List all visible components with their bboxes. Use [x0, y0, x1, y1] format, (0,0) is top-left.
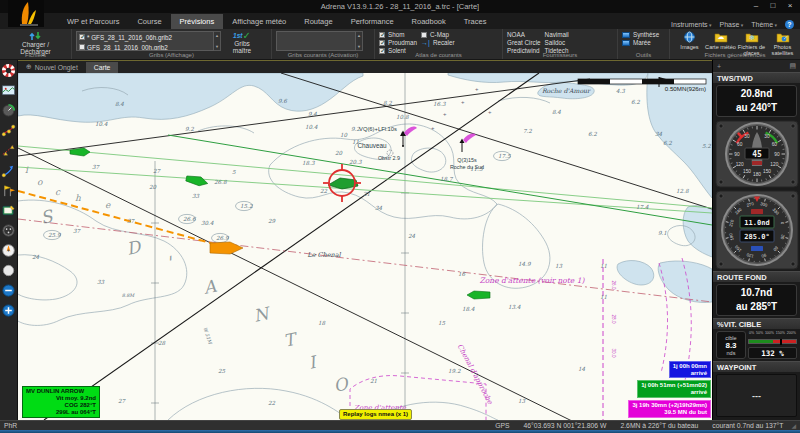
provider-navimail[interactable]: Navimail	[545, 31, 569, 38]
depth-sounding: 17.4	[636, 204, 649, 210]
grib-list-scrollbar[interactable]: ▲▼	[214, 31, 221, 51]
depth-sounding: 8.4	[552, 109, 561, 115]
route-plot-button[interactable]	[1, 163, 16, 178]
panel-menu-icon[interactable]: ▤	[789, 62, 796, 70]
gribs-courants-scrollbar[interactable]: ▲▼	[356, 31, 363, 51]
waypoint-display[interactable]: ---	[716, 374, 797, 417]
outil-synth-se[interactable]: Synthèse	[622, 31, 659, 38]
provider-noaa[interactable]: NOAA	[507, 31, 541, 38]
circled-depth: 26.9	[216, 235, 229, 241]
tab-carte[interactable]: Carte	[86, 62, 119, 73]
provider-great-circle[interactable]: Great Circle	[507, 39, 541, 46]
recaler-button[interactable]: →| Recaler	[421, 39, 455, 46]
group-fichiers-georeferences: Images☁Carte météo❄Fichiers de glacesPho…	[670, 29, 800, 59]
eta-box: 3j 19h 30mn (+2j19h29mn)39.5 MN du but	[628, 400, 711, 418]
group-gribs-courants: ▲▼ Gribs courants (Activation)	[272, 29, 375, 59]
connections-button[interactable]	[1, 223, 16, 238]
menu-tab-roadbook[interactable]: Roadbook	[403, 14, 455, 29]
provider-saildoc[interactable]: Saildoc	[545, 39, 569, 46]
eta-box: 1j 00h 00mnarrivé	[669, 361, 711, 379]
grib-file-row[interactable]: * GFS_28_11_2016_06h.grib2	[77, 32, 213, 42]
chart-name-letter: h	[75, 193, 81, 203]
compass-gauge[interactable]: 030609012015018021024027030033011.0nd285…	[715, 190, 799, 270]
menu-instruments[interactable]: Instruments ▾	[671, 21, 711, 28]
chart-label: Roche d'Amour	[542, 87, 591, 94]
checkbox[interactable]	[79, 34, 85, 40]
checkbox[interactable]	[379, 40, 385, 46]
group-label: Fichiers géoréférencés	[670, 52, 800, 58]
gribs-maitre-button[interactable]: 1st ✓ Gribs maître	[225, 31, 259, 54]
replay-logs-button[interactable]: Replay logs nmea (x 1)	[339, 409, 412, 420]
depth-sounding: 21	[363, 191, 371, 197]
grib-file-row[interactable]: GFS_28_11_2016_00h.grib2	[77, 42, 213, 51]
regatta-flags-button[interactable]	[1, 183, 16, 198]
close-button[interactable]: ×	[782, 0, 798, 12]
ribbon-tab-bar: WP et ParcoursCoursePrévisionsAffichage …	[0, 13, 800, 29]
depth-sounding: 22	[320, 188, 328, 194]
depth-sounding: 24	[32, 254, 40, 260]
compass-button[interactable]	[1, 243, 16, 258]
tws-display[interactable]: 20.8nd au 240°T	[716, 85, 797, 117]
menu-tab-course[interactable]: Course	[128, 14, 170, 29]
menu-th-me[interactable]: Thème ▾	[751, 21, 777, 28]
ais-name: MV DUNLIN ARROW	[26, 388, 96, 395]
group-label: Fournisseurs	[503, 52, 617, 58]
logbook-button[interactable]	[1, 203, 16, 218]
user-initials: PhR	[4, 422, 17, 429]
maximize-button[interactable]: □	[765, 0, 781, 12]
route-fond-display[interactable]: 10.7nd au 285°T	[716, 284, 797, 316]
tab-nouvel-onglet[interactable]: ⊕ Nouvel Onglet	[18, 61, 86, 73]
menu-tab-pr-visions[interactable]: Prévisions	[171, 14, 224, 29]
percent-bar	[748, 339, 797, 344]
chart-button[interactable]	[1, 83, 16, 98]
depth-sounding: 6.2	[631, 99, 640, 105]
scale-label: 0.50MN(926m)	[665, 85, 706, 92]
mob-button[interactable]	[1, 63, 16, 78]
wind-angle-gauge[interactable]: 30306060909012012015015018045	[715, 120, 799, 188]
chart-canvas[interactable]: ++ ++ +	[18, 73, 712, 420]
circled-depth: 17.5	[498, 153, 511, 159]
gribs-courants-list[interactable]	[276, 31, 356, 51]
grib-file-name: GFS_28_11_2016_00h.grib2	[87, 44, 168, 51]
satellite-folder-icon	[776, 31, 790, 43]
route-marks-button[interactable]	[1, 143, 16, 158]
help-button[interactable]: ?	[785, 20, 794, 29]
route-waypoints-button[interactable]	[1, 123, 16, 138]
menu-tab-routage[interactable]: Routage	[295, 14, 341, 29]
depth-sounding: 9.1	[658, 230, 667, 236]
checkbox[interactable]	[79, 44, 85, 50]
depth-sounding: 11	[600, 263, 608, 269]
chart-label: VQ(6)+LFl.10s	[359, 126, 397, 132]
depth-sounding: 7.2	[523, 128, 532, 134]
svg-text:180: 180	[752, 172, 760, 177]
checkbox[interactable]	[421, 32, 427, 38]
instruments-button[interactable]	[1, 103, 16, 118]
pin-icon[interactable]: +	[717, 63, 721, 70]
menu-phase[interactable]: Phase ▾	[720, 21, 744, 28]
menu-tab-traces[interactable]: Traces	[455, 14, 496, 29]
chart-label: 30.0	[611, 349, 616, 358]
zoom-in-button[interactable]	[1, 303, 16, 318]
menu-tab-performance[interactable]: Performance	[342, 14, 403, 29]
resize-grip[interactable]: ◢	[791, 422, 796, 429]
menu-tab-affichage-m-t-o[interactable]: Affichage météo	[223, 14, 295, 29]
zoom-out-button[interactable]	[1, 283, 16, 298]
zoom-window-button[interactable]	[1, 263, 16, 278]
outil-mar-e[interactable]: Marée	[622, 39, 659, 46]
svg-text:30: 30	[764, 134, 770, 139]
svg-text:120: 120	[735, 162, 743, 167]
svg-text:☁: ☁	[717, 33, 724, 40]
chart-label: Zone d'attente (voir note 1)	[480, 276, 586, 285]
atlas-checkbox-shom[interactable]: Shom	[379, 31, 417, 38]
ice-folder-icon: ❄	[745, 31, 759, 43]
grib-file-list[interactable]: * GFS_28_11_2016_06h.grib2GFS_28_11_2016…	[76, 31, 214, 51]
menu-tab-wp-et-parcours[interactable]: WP et Parcours	[58, 14, 128, 29]
checkbox[interactable]	[379, 32, 385, 38]
ais-info-box[interactable]: MV DUNLIN ARROW Vit moy. 9.2nd COG 282°T…	[22, 386, 100, 418]
svg-text:90: 90	[774, 152, 780, 157]
minimize-button[interactable]: –	[748, 0, 764, 12]
atlas-checkbox-proudman[interactable]: Proudman	[379, 39, 417, 46]
eta-boxes: 1j 00h 00mnarrivé1j 00h 51mn (+51mn02)ar…	[628, 361, 711, 418]
depth-sounding: 9.2	[185, 126, 194, 132]
cmap-checkbox[interactable]: C-Map	[421, 31, 455, 38]
